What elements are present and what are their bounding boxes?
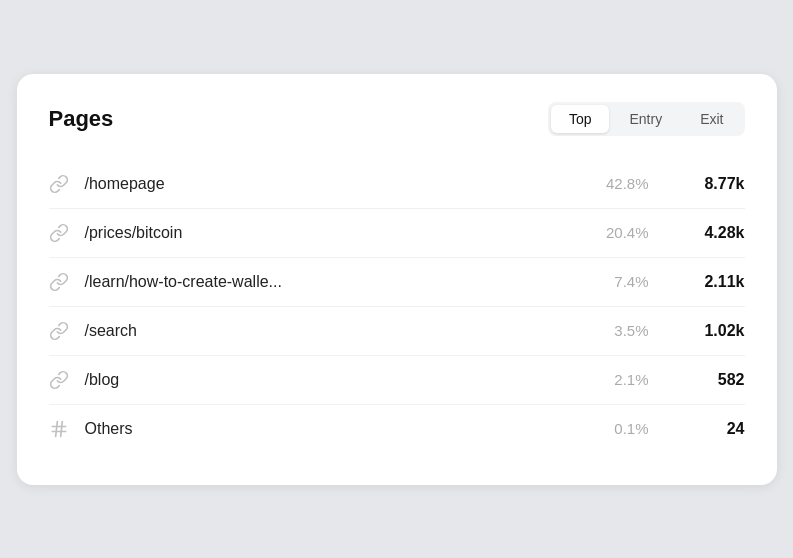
pages-table: /homepage 42.8% 8.77k /prices/bitcoin 20…	[49, 160, 745, 453]
row-value: 24	[673, 420, 745, 438]
table-row: /homepage 42.8% 8.77k	[49, 160, 745, 209]
row-label: /prices/bitcoin	[85, 224, 559, 242]
row-icon	[49, 419, 85, 439]
svg-line-3	[60, 421, 62, 436]
row-value: 2.11k	[673, 273, 745, 291]
table-row: /blog 2.1% 582	[49, 356, 745, 405]
hash-icon	[49, 419, 69, 439]
row-percent: 7.4%	[559, 273, 649, 290]
tab-group: Top Entry Exit	[548, 102, 745, 136]
row-label: Others	[85, 420, 559, 438]
table-row: Others 0.1% 24	[49, 405, 745, 453]
row-percent: 3.5%	[559, 322, 649, 339]
row-icon	[49, 370, 85, 390]
row-percent: 42.8%	[559, 175, 649, 192]
row-label: /learn/how-to-create-walle...	[85, 273, 559, 291]
link-icon	[49, 272, 69, 292]
row-value: 1.02k	[673, 322, 745, 340]
table-row: /prices/bitcoin 20.4% 4.28k	[49, 209, 745, 258]
row-icon	[49, 174, 85, 194]
row-percent: 20.4%	[559, 224, 649, 241]
row-value: 4.28k	[673, 224, 745, 242]
row-value: 8.77k	[673, 175, 745, 193]
row-icon	[49, 321, 85, 341]
tab-top[interactable]: Top	[551, 105, 610, 133]
link-icon	[49, 174, 69, 194]
table-row: /learn/how-to-create-walle... 7.4% 2.11k	[49, 258, 745, 307]
tab-exit[interactable]: Exit	[682, 105, 741, 133]
row-percent: 2.1%	[559, 371, 649, 388]
row-percent: 0.1%	[559, 420, 649, 437]
row-label: /search	[85, 322, 559, 340]
link-icon	[49, 370, 69, 390]
page-title: Pages	[49, 106, 114, 132]
tab-entry[interactable]: Entry	[611, 105, 680, 133]
row-label: /blog	[85, 371, 559, 389]
svg-line-2	[55, 421, 57, 436]
table-row: /search 3.5% 1.02k	[49, 307, 745, 356]
row-icon	[49, 223, 85, 243]
row-label: /homepage	[85, 175, 559, 193]
link-icon	[49, 223, 69, 243]
row-icon	[49, 272, 85, 292]
row-value: 582	[673, 371, 745, 389]
link-icon	[49, 321, 69, 341]
card-header: Pages Top Entry Exit	[49, 102, 745, 136]
pages-card: Pages Top Entry Exit /homepage 42.8% 8.7…	[17, 74, 777, 485]
